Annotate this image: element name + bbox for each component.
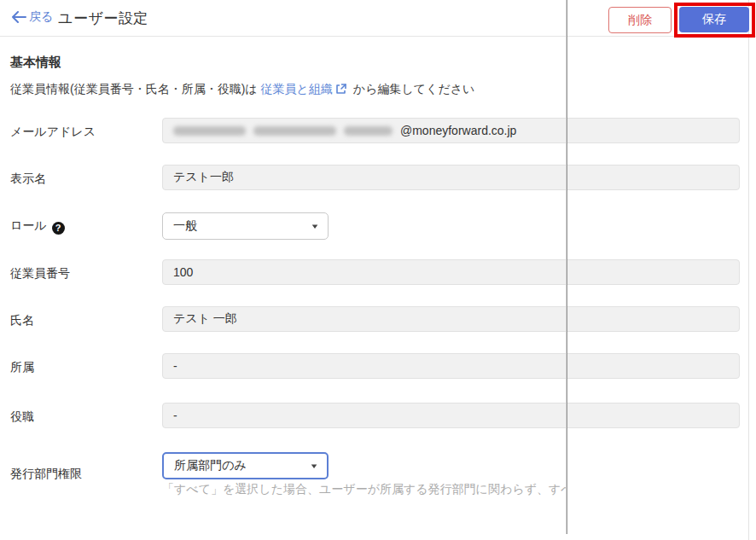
user-settings-page: 戻る ユーザー設定 削除 保存 基本情報 従業員情報(従業員番号・氏名・所属・役… [0, 0, 756, 540]
issuing-permission-selected-value: 所属部門のみ [174, 458, 247, 473]
back-link[interactable]: 戻る [11, 9, 53, 25]
role-label-text: ロール [10, 218, 47, 232]
role-selected-value: 一般 [173, 218, 197, 234]
redacted-text-block [253, 126, 336, 136]
display-name-field: テスト一郎 [162, 165, 740, 190]
external-link-icon[interactable] [335, 83, 347, 97]
role-help-icon[interactable]: ? [52, 222, 65, 235]
employee-number-label: 従業員番号 [10, 266, 70, 282]
issuing-permission-help-text: 「すべて」を選択した場合、ユーザーが所属する発行部門に関わらず、すべての帳票を閲 [162, 482, 567, 497]
redacted-text-block [173, 126, 246, 136]
department-label: 所属 [10, 360, 34, 375]
page-header: 戻る ユーザー設定 削除 [0, 0, 756, 37]
email-domain: @moneyforward.co.jp [400, 124, 516, 137]
full-name-label: 氏名 [10, 313, 34, 328]
back-label: 戻る [29, 9, 53, 25]
employees-and-org-link[interactable]: 従業員と組織 [261, 82, 333, 96]
department-field: - [162, 353, 740, 379]
page-right-border [748, 0, 749, 540]
save-button[interactable]: 保存 [679, 7, 749, 32]
window-divider-line [566, 0, 567, 534]
chevron-down-icon: ▼ [309, 462, 318, 470]
delete-button[interactable]: 削除 [608, 7, 672, 33]
position-field: - [162, 403, 740, 428]
note-prefix: 従業員情報(従業員番号・氏名・所属・役職)は [10, 82, 261, 96]
employee-info-note: 従業員情報(従業員番号・氏名・所属・役職)は 従業員と組織 から編集してください [10, 82, 474, 97]
employee-number-value: 100 [173, 265, 193, 279]
full-name-value: テスト 一郎 [173, 311, 237, 327]
position-label: 役職 [10, 409, 34, 425]
employee-number-field: 100 [162, 259, 740, 285]
department-value: - [173, 359, 177, 373]
issuing-permission-label: 発行部門権限 [10, 467, 82, 482]
back-arrow-icon [11, 11, 26, 23]
redacted-text-block [344, 126, 393, 136]
chevron-down-icon: ▼ [310, 223, 319, 230]
page-title: ユーザー設定 [58, 9, 148, 28]
display-name-label: 表示名 [10, 171, 46, 187]
role-select[interactable]: 一般 ▼ [162, 212, 329, 240]
note-suffix: から編集してください [350, 82, 475, 96]
position-value: - [173, 409, 177, 422]
role-label: ロール? [10, 218, 65, 235]
display-name-value: テスト一郎 [173, 170, 234, 185]
issuing-permission-select[interactable]: 所属部門のみ ▼ [162, 452, 329, 479]
email-field: @moneyforward.co.jp [162, 118, 740, 143]
email-label: メールアドレス [10, 125, 96, 140]
full-name-field: テスト 一郎 [162, 306, 740, 332]
section-heading: 基本情報 [10, 55, 61, 71]
